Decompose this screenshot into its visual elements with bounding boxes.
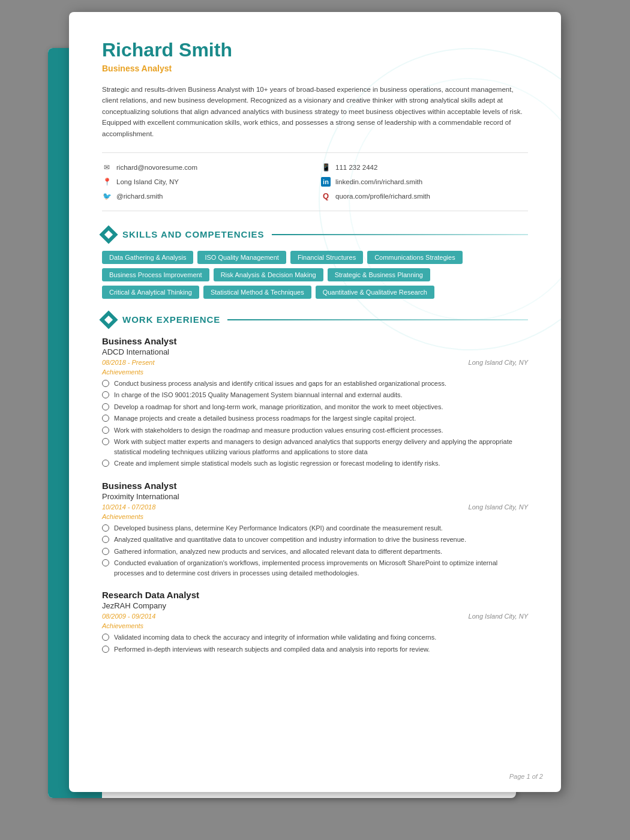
job-0: Business Analyst ADCD International 08/2…	[102, 336, 528, 469]
location-icon: 📍	[102, 177, 112, 187]
skill-9: Quantitative & Qualitative Research	[316, 286, 434, 299]
skill-3: Communications Strategies	[367, 251, 463, 264]
job-0-ach-1-text: In charge of the ISO 9001:2015 Quality M…	[114, 390, 403, 400]
skill-8: Statistical Method & Techniques	[203, 286, 311, 299]
linkedin-value: linkedin.com/in/richard.smith	[335, 178, 422, 185]
quora-icon: Q	[321, 191, 331, 201]
skills-title: SKILLS AND COMPETENCIES	[122, 229, 265, 239]
skill-1: ISO Quality Management	[197, 251, 286, 264]
job-0-ach-5-text: Work with subject matter experts and man…	[114, 437, 528, 457]
bullet	[102, 415, 109, 422]
bullet	[102, 427, 109, 434]
job-0-ach-6-text: Create and implement simple statistical …	[114, 458, 440, 469]
job-2-achievements-label: Achievements	[102, 622, 528, 629]
job-1-dates: 10/2014 - 07/2018	[102, 503, 155, 511]
location-value: Long Island City, NY	[116, 178, 179, 185]
skill-7: Critical & Analytical Thinking	[102, 286, 199, 299]
work-section-header: WORK EXPERIENCE	[102, 313, 528, 326]
work-title: WORK EXPERIENCE	[122, 314, 220, 325]
bullet	[102, 559, 109, 566]
job-0-meta: 08/2018 - Present Long Island City, NY	[102, 359, 528, 366]
job-2-dates: 08/2009 - 09/2014	[102, 613, 155, 620]
phone-icon: 📱	[321, 163, 331, 172]
bullet	[102, 438, 109, 445]
work-line	[227, 319, 528, 320]
resume-header: Richard Smith Business Analyst Strategic…	[102, 39, 528, 139]
job-0-company: ADCD International	[102, 347, 528, 356]
job-0-ach-0: Conduct business process analysis and id…	[102, 379, 528, 389]
job-2-company: JezRAH Company	[102, 601, 528, 610]
job-2-ach-1: Performed in-depth interviews with resea…	[102, 644, 528, 655]
skills-tags: Data Gathering & Analysis ISO Quality Ma…	[102, 251, 528, 299]
job-1-meta: 10/2014 - 07/2018 Long Island City, NY	[102, 503, 528, 511]
job-0-title: Business Analyst	[102, 336, 528, 346]
page-front: Richard Smith Business Analyst Strategic…	[69, 12, 561, 792]
job-0-ach-4-text: Work with stakeholders to design the roa…	[114, 425, 443, 436]
job-0-ach-5: Work with subject matter experts and man…	[102, 437, 528, 457]
job-0-ach-3-text: Manage projects and create a detailed bu…	[114, 413, 416, 424]
job-0-ach-2: Develop a roadmap for short and long-ter…	[102, 402, 528, 412]
job-1-location: Long Island City, NY	[469, 503, 528, 511]
job-1-ach-0-text: Developed business plans, determine Key …	[114, 523, 443, 533]
job-1-company: Proximity International	[102, 492, 528, 501]
job-1-ach-1-text: Analyzed qualitative and quantitative da…	[114, 535, 466, 545]
skills-section-header: SKILLS AND COMPETENCIES	[102, 228, 528, 241]
job-2-location: Long Island City, NY	[469, 613, 528, 620]
skill-4: Business Process Improvement	[102, 268, 209, 281]
page-number-front: Page 1 of 2	[509, 773, 543, 780]
bullet	[102, 380, 109, 387]
email-icon: ✉	[102, 163, 112, 172]
job-1-ach-0: Developed business plans, determine Key …	[102, 523, 528, 533]
job-0-ach-6: Create and implement simple statistical …	[102, 458, 528, 469]
linkedin-icon: in	[321, 177, 331, 187]
bullet	[102, 536, 109, 543]
twitter-icon: 🐦	[102, 191, 112, 201]
bullet	[102, 634, 109, 641]
job-1-ach-2-text: Gathered information, analyzed new produ…	[114, 547, 442, 557]
work-diamond	[99, 310, 118, 329]
skill-5: Risk Analysis & Decision Making	[214, 268, 323, 281]
job-0-location: Long Island City, NY	[469, 359, 528, 366]
job-2-ach-0-text: Validated incoming data to check the acc…	[114, 632, 436, 643]
phone-value: 111 232 2442	[335, 164, 377, 171]
job-0-ach-3: Manage projects and create a detailed bu…	[102, 413, 528, 424]
bullet	[102, 524, 109, 532]
job-0-ach-4: Work with stakeholders to design the roa…	[102, 425, 528, 436]
job-1-ach-1: Analyzed qualitative and quantitative da…	[102, 535, 528, 545]
bullet	[102, 548, 109, 555]
contact-grid: ✉ richard@novoresume.com 📱 111 232 2442 …	[102, 152, 528, 211]
contact-phone: 📱 111 232 2442	[321, 163, 528, 172]
job-2-ach-1-text: Performed in-depth interviews with resea…	[114, 644, 430, 655]
job-0-ach-0-text: Conduct business process analysis and id…	[114, 379, 446, 389]
job-2-ach-0: Validated incoming data to check the acc…	[102, 632, 528, 643]
job-1-ach-3-text: Conducted evaluation of organization's w…	[114, 558, 528, 578]
skill-6: Strategic & Business Planning	[328, 268, 430, 281]
skill-0: Data Gathering & Analysis	[102, 251, 193, 264]
twitter-value: @richard.smith	[116, 193, 163, 200]
job-1-title: Business Analyst	[102, 481, 528, 491]
contact-linkedin: in linkedin.com/in/richard.smith	[321, 177, 528, 187]
job-1: Business Analyst Proximity International…	[102, 481, 528, 578]
candidate-title: Business Analyst	[102, 64, 528, 73]
job-2-meta: 08/2009 - 09/2014 Long Island City, NY	[102, 613, 528, 620]
skill-2: Financial Structures	[290, 251, 363, 264]
bullet	[102, 391, 109, 398]
page-container: E Maste Easte 2007 - 2... C Interna ADCD…	[0, 0, 630, 840]
quora-value: quora.com/profile/richard.smith	[335, 193, 430, 200]
contact-email: ✉ richard@novoresume.com	[102, 163, 309, 172]
bullet	[102, 403, 109, 410]
job-1-ach-2: Gathered information, analyzed new produ…	[102, 547, 528, 557]
job-0-dates: 08/2018 - Present	[102, 359, 154, 366]
resume-content: Richard Smith Business Analyst Strategic…	[102, 39, 528, 654]
candidate-name: Richard Smith	[102, 39, 528, 61]
job-0-achievements-label: Achievements	[102, 368, 528, 376]
contact-twitter: 🐦 @richard.smith	[102, 191, 309, 201]
contact-quora: Q quora.com/profile/richard.smith	[321, 191, 528, 201]
job-2-title: Research Data Analyst	[102, 590, 528, 600]
candidate-summary: Strategic and results-driven Business An…	[102, 84, 528, 139]
bullet	[102, 460, 109, 467]
email-value: richard@novoresume.com	[116, 164, 197, 171]
job-0-ach-1: In charge of the ISO 9001:2015 Quality M…	[102, 390, 528, 400]
contact-location: 📍 Long Island City, NY	[102, 177, 309, 187]
job-1-ach-3: Conducted evaluation of organization's w…	[102, 558, 528, 578]
